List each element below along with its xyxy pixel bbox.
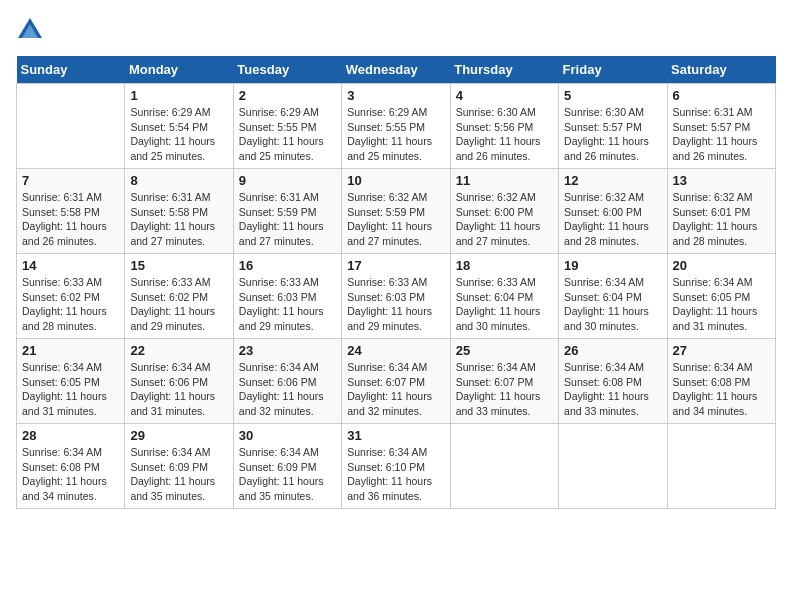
calendar-header-row: SundayMondayTuesdayWednesdayThursdayFrid…	[17, 56, 776, 84]
day-number: 27	[673, 343, 770, 358]
day-info: Sunrise: 6:31 AM Sunset: 5:58 PM Dayligh…	[22, 190, 119, 249]
logo	[16, 16, 48, 44]
day-number: 1	[130, 88, 227, 103]
day-number: 23	[239, 343, 336, 358]
calendar-cell: 3Sunrise: 6:29 AM Sunset: 5:55 PM Daylig…	[342, 84, 450, 169]
column-header-sunday: Sunday	[17, 56, 125, 84]
calendar-cell	[667, 424, 775, 509]
day-info: Sunrise: 6:34 AM Sunset: 6:08 PM Dayligh…	[564, 360, 661, 419]
day-number: 19	[564, 258, 661, 273]
calendar-cell: 28Sunrise: 6:34 AM Sunset: 6:08 PM Dayli…	[17, 424, 125, 509]
day-info: Sunrise: 6:34 AM Sunset: 6:09 PM Dayligh…	[239, 445, 336, 504]
calendar-cell: 29Sunrise: 6:34 AM Sunset: 6:09 PM Dayli…	[125, 424, 233, 509]
column-header-wednesday: Wednesday	[342, 56, 450, 84]
day-number: 16	[239, 258, 336, 273]
calendar-cell: 26Sunrise: 6:34 AM Sunset: 6:08 PM Dayli…	[559, 339, 667, 424]
calendar-cell: 5Sunrise: 6:30 AM Sunset: 5:57 PM Daylig…	[559, 84, 667, 169]
calendar-cell	[559, 424, 667, 509]
column-header-thursday: Thursday	[450, 56, 558, 84]
day-number: 2	[239, 88, 336, 103]
calendar-cell: 31Sunrise: 6:34 AM Sunset: 6:10 PM Dayli…	[342, 424, 450, 509]
calendar-cell: 9Sunrise: 6:31 AM Sunset: 5:59 PM Daylig…	[233, 169, 341, 254]
day-info: Sunrise: 6:34 AM Sunset: 6:05 PM Dayligh…	[673, 275, 770, 334]
calendar-cell	[17, 84, 125, 169]
day-number: 9	[239, 173, 336, 188]
day-info: Sunrise: 6:34 AM Sunset: 6:08 PM Dayligh…	[673, 360, 770, 419]
calendar-cell: 17Sunrise: 6:33 AM Sunset: 6:03 PM Dayli…	[342, 254, 450, 339]
day-number: 26	[564, 343, 661, 358]
calendar-cell: 2Sunrise: 6:29 AM Sunset: 5:55 PM Daylig…	[233, 84, 341, 169]
calendar-cell: 30Sunrise: 6:34 AM Sunset: 6:09 PM Dayli…	[233, 424, 341, 509]
day-info: Sunrise: 6:33 AM Sunset: 6:04 PM Dayligh…	[456, 275, 553, 334]
calendar-cell: 13Sunrise: 6:32 AM Sunset: 6:01 PM Dayli…	[667, 169, 775, 254]
day-info: Sunrise: 6:29 AM Sunset: 5:55 PM Dayligh…	[239, 105, 336, 164]
day-number: 22	[130, 343, 227, 358]
day-number: 24	[347, 343, 444, 358]
column-header-tuesday: Tuesday	[233, 56, 341, 84]
day-number: 8	[130, 173, 227, 188]
day-number: 4	[456, 88, 553, 103]
column-header-saturday: Saturday	[667, 56, 775, 84]
calendar-cell: 27Sunrise: 6:34 AM Sunset: 6:08 PM Dayli…	[667, 339, 775, 424]
day-info: Sunrise: 6:34 AM Sunset: 6:04 PM Dayligh…	[564, 275, 661, 334]
day-number: 6	[673, 88, 770, 103]
calendar-cell: 15Sunrise: 6:33 AM Sunset: 6:02 PM Dayli…	[125, 254, 233, 339]
day-info: Sunrise: 6:32 AM Sunset: 6:01 PM Dayligh…	[673, 190, 770, 249]
day-number: 31	[347, 428, 444, 443]
day-info: Sunrise: 6:30 AM Sunset: 5:57 PM Dayligh…	[564, 105, 661, 164]
day-info: Sunrise: 6:30 AM Sunset: 5:56 PM Dayligh…	[456, 105, 553, 164]
calendar-cell: 1Sunrise: 6:29 AM Sunset: 5:54 PM Daylig…	[125, 84, 233, 169]
day-info: Sunrise: 6:33 AM Sunset: 6:03 PM Dayligh…	[347, 275, 444, 334]
calendar-cell: 14Sunrise: 6:33 AM Sunset: 6:02 PM Dayli…	[17, 254, 125, 339]
calendar-cell: 7Sunrise: 6:31 AM Sunset: 5:58 PM Daylig…	[17, 169, 125, 254]
calendar-cell: 12Sunrise: 6:32 AM Sunset: 6:00 PM Dayli…	[559, 169, 667, 254]
day-info: Sunrise: 6:34 AM Sunset: 6:10 PM Dayligh…	[347, 445, 444, 504]
calendar-cell: 18Sunrise: 6:33 AM Sunset: 6:04 PM Dayli…	[450, 254, 558, 339]
calendar-cell: 11Sunrise: 6:32 AM Sunset: 6:00 PM Dayli…	[450, 169, 558, 254]
day-info: Sunrise: 6:29 AM Sunset: 5:54 PM Dayligh…	[130, 105, 227, 164]
calendar-cell: 8Sunrise: 6:31 AM Sunset: 5:58 PM Daylig…	[125, 169, 233, 254]
day-number: 25	[456, 343, 553, 358]
day-number: 14	[22, 258, 119, 273]
calendar-cell: 25Sunrise: 6:34 AM Sunset: 6:07 PM Dayli…	[450, 339, 558, 424]
day-number: 7	[22, 173, 119, 188]
day-info: Sunrise: 6:32 AM Sunset: 5:59 PM Dayligh…	[347, 190, 444, 249]
day-number: 15	[130, 258, 227, 273]
day-info: Sunrise: 6:34 AM Sunset: 6:09 PM Dayligh…	[130, 445, 227, 504]
calendar-cell: 19Sunrise: 6:34 AM Sunset: 6:04 PM Dayli…	[559, 254, 667, 339]
day-info: Sunrise: 6:31 AM Sunset: 5:57 PM Dayligh…	[673, 105, 770, 164]
day-info: Sunrise: 6:33 AM Sunset: 6:03 PM Dayligh…	[239, 275, 336, 334]
calendar-cell: 24Sunrise: 6:34 AM Sunset: 6:07 PM Dayli…	[342, 339, 450, 424]
calendar-cell	[450, 424, 558, 509]
day-info: Sunrise: 6:34 AM Sunset: 6:07 PM Dayligh…	[456, 360, 553, 419]
day-info: Sunrise: 6:32 AM Sunset: 6:00 PM Dayligh…	[564, 190, 661, 249]
day-number: 17	[347, 258, 444, 273]
day-info: Sunrise: 6:34 AM Sunset: 6:07 PM Dayligh…	[347, 360, 444, 419]
day-info: Sunrise: 6:34 AM Sunset: 6:05 PM Dayligh…	[22, 360, 119, 419]
day-number: 13	[673, 173, 770, 188]
calendar-cell: 21Sunrise: 6:34 AM Sunset: 6:05 PM Dayli…	[17, 339, 125, 424]
calendar-cell: 6Sunrise: 6:31 AM Sunset: 5:57 PM Daylig…	[667, 84, 775, 169]
day-number: 18	[456, 258, 553, 273]
day-info: Sunrise: 6:34 AM Sunset: 6:06 PM Dayligh…	[130, 360, 227, 419]
logo-icon	[16, 16, 44, 44]
calendar-table: SundayMondayTuesdayWednesdayThursdayFrid…	[16, 56, 776, 509]
column-header-friday: Friday	[559, 56, 667, 84]
day-number: 11	[456, 173, 553, 188]
day-number: 30	[239, 428, 336, 443]
calendar-week-row: 28Sunrise: 6:34 AM Sunset: 6:08 PM Dayli…	[17, 424, 776, 509]
day-number: 20	[673, 258, 770, 273]
calendar-cell: 20Sunrise: 6:34 AM Sunset: 6:05 PM Dayli…	[667, 254, 775, 339]
calendar-cell: 4Sunrise: 6:30 AM Sunset: 5:56 PM Daylig…	[450, 84, 558, 169]
calendar-cell: 23Sunrise: 6:34 AM Sunset: 6:06 PM Dayli…	[233, 339, 341, 424]
calendar-week-row: 14Sunrise: 6:33 AM Sunset: 6:02 PM Dayli…	[17, 254, 776, 339]
calendar-cell: 10Sunrise: 6:32 AM Sunset: 5:59 PM Dayli…	[342, 169, 450, 254]
column-header-monday: Monday	[125, 56, 233, 84]
day-number: 29	[130, 428, 227, 443]
day-number: 28	[22, 428, 119, 443]
day-info: Sunrise: 6:31 AM Sunset: 5:58 PM Dayligh…	[130, 190, 227, 249]
day-info: Sunrise: 6:33 AM Sunset: 6:02 PM Dayligh…	[130, 275, 227, 334]
day-info: Sunrise: 6:29 AM Sunset: 5:55 PM Dayligh…	[347, 105, 444, 164]
page-header	[16, 16, 776, 44]
day-info: Sunrise: 6:34 AM Sunset: 6:08 PM Dayligh…	[22, 445, 119, 504]
